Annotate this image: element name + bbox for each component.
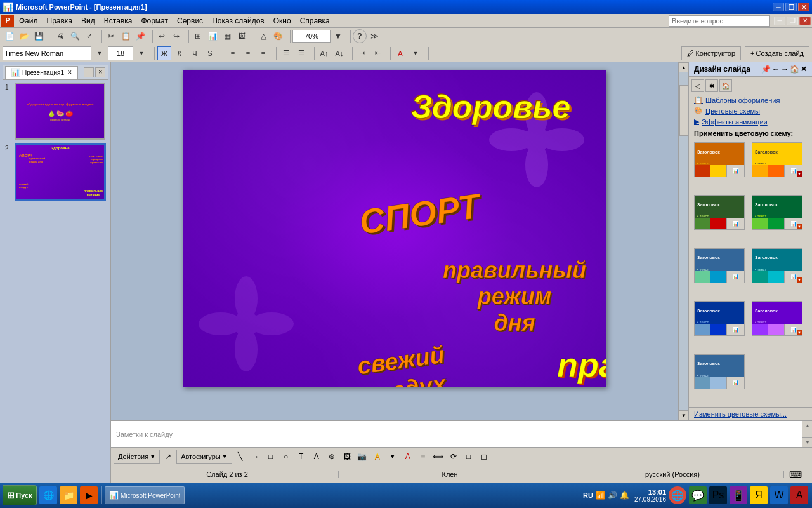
panel-link-templates[interactable]: 📋 Шаблоны оформления: [689, 95, 812, 105]
list-btn[interactable]: ☰: [279, 46, 293, 60]
menu-edit[interactable]: Правка: [43, 15, 77, 27]
align-right-btn[interactable]: ≡: [256, 46, 270, 60]
scheme-item-7[interactable]: Заголовок • текст 📊: [694, 301, 745, 336]
ie-icon[interactable]: 🌐: [39, 486, 57, 504]
font-color-dropdown[interactable]: ▼: [409, 46, 422, 60]
panel-icon-2[interactable]: ✱: [705, 79, 718, 92]
distribute-tool[interactable]: ⟺: [431, 450, 445, 464]
font-color-draw-btn[interactable]: A: [401, 450, 415, 464]
shadow-btn[interactable]: S: [203, 46, 217, 60]
panel-close-x[interactable]: ✕: [801, 65, 807, 74]
shadow-tool[interactable]: □: [462, 450, 476, 464]
font-size-dropdown-btn[interactable]: ▼: [134, 46, 148, 60]
designer-button[interactable]: 🖊 Конструктор: [681, 46, 741, 60]
slide-word-rezhim[interactable]: правильныйрежимдня: [443, 257, 586, 336]
image-tool[interactable]: 📷: [355, 450, 369, 464]
wordart-tool[interactable]: A: [310, 450, 324, 464]
rect-tool[interactable]: □: [264, 450, 278, 464]
yandex-icon[interactable]: Я: [750, 486, 768, 504]
shapes-btn[interactable]: △: [256, 29, 270, 43]
align-center-btn[interactable]: ≡: [241, 46, 255, 60]
access-icon[interactable]: A: [790, 486, 808, 504]
font-color-btn[interactable]: A: [393, 46, 407, 60]
speaker-icon[interactable]: 🔊: [608, 491, 617, 500]
preview-btn[interactable]: 🔍: [68, 29, 82, 43]
chart-btn[interactable]: 📊: [206, 29, 219, 43]
zoom-input[interactable]: [292, 30, 331, 43]
canvas-wrapper[interactable]: Здоровье СПОРТ правильныйрежимдня отсутс…: [111, 62, 678, 420]
font-size-dec-btn[interactable]: A↓: [332, 46, 346, 60]
restore-panel-button[interactable]: ❐: [787, 17, 798, 25]
scheme-item-9[interactable]: Заголовок • текст 📊: [694, 354, 745, 389]
fill-dropdown[interactable]: ▼: [386, 450, 400, 464]
panel-close-btn[interactable]: ✕: [95, 67, 105, 77]
italic-btn[interactable]: К: [173, 46, 187, 60]
slide-preview-1[interactable]: «Здоровая еда – овощи, фрукты и ягоды» 🍐…: [15, 83, 105, 140]
menu-window[interactable]: Окно: [270, 15, 295, 27]
line-tool[interactable]: ╲: [233, 450, 247, 464]
cursor-tool[interactable]: ↗: [161, 450, 175, 464]
3d-tool[interactable]: ◻: [477, 450, 491, 464]
align-draw-tool[interactable]: ≡: [416, 450, 430, 464]
close-button[interactable]: ✕: [798, 3, 809, 11]
color-btn[interactable]: 🎨: [271, 29, 285, 43]
scheme-item-3[interactable]: Заголовок • текст 📊: [694, 195, 745, 230]
redo-btn[interactable]: ↪: [169, 29, 183, 43]
scroll-thumb-v[interactable]: [679, 85, 688, 136]
outdent-btn[interactable]: ⇤: [370, 46, 384, 60]
menu-format[interactable]: Формат: [137, 15, 172, 27]
notes-scroll-up[interactable]: ▲: [802, 421, 812, 431]
spellcheck-btn[interactable]: ✓: [82, 29, 96, 43]
actions-menu-btn[interactable]: Действия ▼: [114, 450, 160, 464]
numbered-list-btn[interactable]: ☰: [294, 46, 308, 60]
copy-btn[interactable]: 📋: [119, 29, 133, 43]
font-size-input[interactable]: [108, 46, 133, 60]
photoshop-icon[interactable]: Ps: [709, 486, 727, 504]
diagram-tool[interactable]: ⊛: [325, 450, 339, 464]
save-btn[interactable]: 💾: [32, 29, 46, 43]
minimize-button[interactable]: ─: [773, 3, 784, 11]
panel-fwd-btn[interactable]: →: [781, 65, 789, 74]
bold-btn[interactable]: Ж: [157, 46, 171, 60]
panel-icon-1[interactable]: ◁: [691, 79, 704, 92]
table-btn[interactable]: ⊞: [191, 29, 205, 43]
font-dropdown-btn[interactable]: ▼: [93, 46, 107, 60]
cut-btn[interactable]: ✂: [104, 29, 118, 43]
panel-link-colors[interactable]: 🎨 Цветовые схемы: [689, 105, 812, 116]
extra-btn[interactable]: ≫: [367, 29, 381, 43]
scroll-down-btn[interactable]: ▼: [679, 410, 689, 420]
minimize-panel-button[interactable]: ─: [774, 17, 785, 25]
new-btn[interactable]: 📄: [3, 29, 16, 43]
scheme-item-2[interactable]: Заголовок • текст 📊 ▼: [752, 142, 802, 177]
panel-icon-3[interactable]: 🏠: [719, 79, 732, 92]
panel-back-btn[interactable]: ←: [772, 65, 780, 74]
paste-btn[interactable]: 📌: [133, 29, 147, 43]
restore-button[interactable]: ❐: [785, 3, 797, 11]
viber-icon[interactable]: 📱: [730, 486, 747, 504]
network-icon[interactable]: 📶: [596, 491, 605, 500]
tab-close-btn[interactable]: ✕: [67, 69, 72, 76]
rotate-tool[interactable]: ⟳: [447, 450, 461, 464]
taskbar-ppt[interactable]: 📊 Microsoft PowerPoint: [105, 486, 185, 504]
create-slide-button[interactable]: + Создать слайд: [745, 46, 809, 60]
menu-file[interactable]: Файл: [15, 15, 42, 27]
indent-btn[interactable]: ⇥: [355, 46, 369, 60]
panel-link-animation[interactable]: ▶ Эффекты анимации: [689, 116, 812, 127]
chrome-icon[interactable]: 🌐: [669, 486, 686, 504]
menu-slideshow[interactable]: Показ слайдов: [208, 15, 268, 27]
menu-insert[interactable]: Вставка: [100, 15, 136, 27]
notification-icon[interactable]: 🔔: [620, 491, 629, 500]
slide-word-zdorovye[interactable]: Здоровье: [411, 88, 570, 126]
slide-thumb-2[interactable]: 2 Здоровье СПОРТ правильныйрежим дня отс…: [5, 144, 105, 201]
scheme-item-8[interactable]: Заголовок • текст 📊 ▼: [752, 301, 802, 336]
clipart-tool[interactable]: 🖼: [340, 450, 354, 464]
scheme-item-6[interactable]: Заголовок • текст 📊 ▼: [752, 248, 802, 283]
font-name-input[interactable]: [3, 46, 91, 60]
search-input[interactable]: [669, 15, 770, 27]
underline-btn[interactable]: Ч: [188, 46, 202, 60]
close-panel-button[interactable]: ✕: [799, 17, 811, 25]
fill-tool[interactable]: A: [370, 450, 384, 464]
folder-icon[interactable]: 📁: [60, 486, 77, 504]
panel-home-btn[interactable]: 🏠: [790, 65, 799, 74]
lang-indicator[interactable]: RU: [583, 491, 593, 499]
